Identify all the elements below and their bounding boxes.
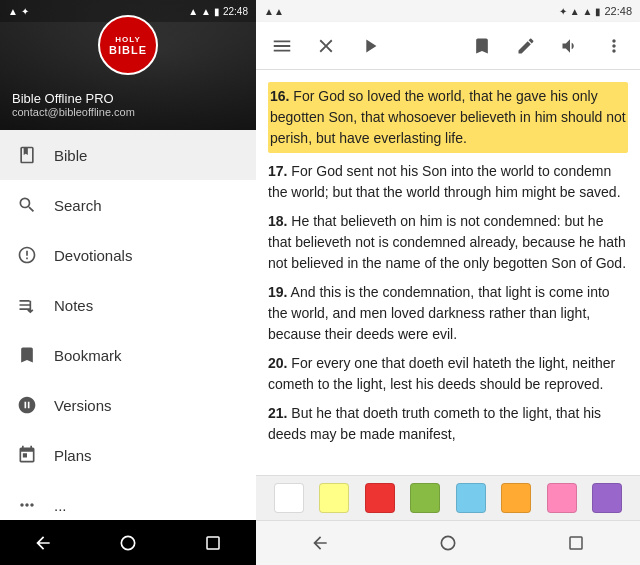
- verse-text-17: For God sent not his Son into the world …: [268, 163, 621, 200]
- sidebar-item-more[interactable]: ...: [0, 480, 256, 520]
- back-button-left[interactable]: [23, 523, 63, 563]
- time-left: 22:48: [223, 6, 248, 17]
- menu-button[interactable]: [264, 28, 300, 64]
- app-info: Bible Offline PRO contact@bibleoffline.c…: [12, 91, 135, 118]
- verse-num-18: 18.: [268, 213, 287, 229]
- sidebar-item-devotionals[interactable]: Devotionals: [0, 230, 256, 280]
- wifi-right-icon: ▲: [570, 6, 580, 17]
- signal-bars-icon: ▲: [583, 6, 593, 17]
- sidebar-item-bible[interactable]: Bible: [0, 130, 256, 180]
- bookmark-toolbar-button[interactable]: [464, 28, 500, 64]
- wifi-icon: ▲: [8, 6, 18, 17]
- sidebar-item-plans[interactable]: Plans: [0, 430, 256, 480]
- status-icons-right-left: ▲▲: [264, 6, 284, 17]
- bible-verse-17: 17. For God sent not his Son into the wo…: [268, 161, 628, 203]
- status-right-icons: ▲ ▲ ▮ 22:48: [188, 6, 248, 17]
- verse-text-21: But he that doeth truth cometh to the li…: [268, 405, 601, 442]
- verse-text-18: He that believeth on him is not condemne…: [268, 213, 626, 271]
- android-nav-left: [0, 520, 256, 565]
- bible-icon: [16, 144, 38, 166]
- versions-label: Versions: [54, 397, 112, 414]
- edit-button[interactable]: [508, 28, 544, 64]
- bookmark-icon: [16, 344, 38, 366]
- logo-holy: HOLY: [115, 35, 141, 44]
- search-label: Search: [54, 197, 102, 214]
- home-button-right[interactable]: [428, 523, 468, 563]
- right-panel: ▲▲ ✦ ▲ ▲ ▮ 22:48: [256, 0, 640, 565]
- verse-text-19: And this is the condemnation, that light…: [268, 284, 610, 342]
- more-icon: [16, 494, 38, 516]
- svg-point-0: [121, 536, 134, 549]
- battery-icon: ▮: [214, 6, 220, 17]
- android-nav-right: [256, 520, 640, 565]
- bt-right-icon: ✦: [559, 6, 567, 17]
- color-swatch-yellow[interactable]: [319, 483, 349, 513]
- status-icons-left: ▲ ✦: [8, 6, 29, 17]
- toolbar-right-group: [464, 28, 632, 64]
- more-toolbar-button[interactable]: [596, 28, 632, 64]
- color-swatch-red[interactable]: [365, 483, 395, 513]
- audio-button[interactable]: [552, 28, 588, 64]
- signal-right-icon: ▲▲: [264, 6, 284, 17]
- recent-button-left[interactable]: [193, 523, 233, 563]
- color-swatch-orange[interactable]: [501, 483, 531, 513]
- svg-rect-3: [570, 537, 582, 549]
- left-panel: ▲ ✦ ▲ ▲ ▮ 22:48 HOLY BIBLE Bible Offline…: [0, 0, 256, 565]
- color-swatch-purple[interactable]: [592, 483, 622, 513]
- sidebar-item-search[interactable]: Search: [0, 180, 256, 230]
- bible-verse-18: 18. He that believeth on him is not cond…: [268, 211, 628, 274]
- status-bar-right: ▲▲ ✦ ▲ ▲ ▮ 22:48: [256, 0, 640, 22]
- battery-right-icon: ▮: [595, 6, 601, 17]
- color-picker-bar: [256, 475, 640, 520]
- color-swatch-white[interactable]: [274, 483, 304, 513]
- back-button-right[interactable]: [300, 523, 340, 563]
- more-label: ...: [54, 497, 67, 514]
- devotionals-icon: [16, 244, 38, 266]
- forward-button[interactable]: [352, 28, 388, 64]
- plans-label: Plans: [54, 447, 92, 464]
- verse-num-17: 17.: [268, 163, 287, 179]
- color-swatch-pink[interactable]: [547, 483, 577, 513]
- bluetooth-icon: ✦: [21, 6, 29, 17]
- nav-list: Bible Search Devotionals Notes: [0, 130, 256, 520]
- devotionals-label: Devotionals: [54, 247, 132, 264]
- notes-label: Notes: [54, 297, 93, 314]
- bible-label: Bible: [54, 147, 87, 164]
- verse-text-16: For God so loved the world, that he gave…: [270, 88, 626, 146]
- color-swatch-green[interactable]: [410, 483, 440, 513]
- versions-icon: [16, 394, 38, 416]
- notes-icon: [16, 294, 38, 316]
- bookmark-label: Bookmark: [54, 347, 122, 364]
- status-icons-right-right: ✦ ▲ ▲ ▮ 22:48: [559, 5, 632, 17]
- toolbar-left-group: [264, 28, 388, 64]
- verse-num-16: 16.: [270, 88, 289, 104]
- logo-bible: BIBLE: [109, 44, 147, 56]
- left-header: ▲ ✦ ▲ ▲ ▮ 22:48 HOLY BIBLE Bible Offline…: [0, 0, 256, 130]
- time-right: 22:48: [604, 5, 632, 17]
- verse-text-20: For every one that doeth evil hateth the…: [268, 355, 615, 392]
- close-button[interactable]: [308, 28, 344, 64]
- recent-button-right[interactable]: [556, 523, 596, 563]
- home-button-left[interactable]: [108, 523, 148, 563]
- bible-verse-16: 16. For God so loved the world, that he …: [268, 82, 628, 153]
- verse-num-20: 20.: [268, 355, 287, 371]
- signal-icon: ▲: [188, 6, 198, 17]
- search-icon: [16, 194, 38, 216]
- bible-verse-19: 19. And this is the condemnation, that l…: [268, 282, 628, 345]
- plans-icon: [16, 444, 38, 466]
- sidebar-item-versions[interactable]: Versions: [0, 380, 256, 430]
- color-swatch-blue[interactable]: [456, 483, 486, 513]
- sidebar-item-notes[interactable]: Notes: [0, 280, 256, 330]
- svg-rect-1: [207, 537, 219, 549]
- svg-point-2: [441, 536, 454, 549]
- app-name: Bible Offline PRO: [12, 91, 135, 106]
- right-toolbar: [256, 22, 640, 70]
- app-logo: HOLY BIBLE: [98, 15, 158, 75]
- wifi-strength-icon: ▲: [201, 6, 211, 17]
- bible-verse-21: 21. But he that doeth truth cometh to th…: [268, 403, 628, 445]
- app-email: contact@bibleoffline.com: [12, 106, 135, 118]
- verse-num-19: 19.: [268, 284, 287, 300]
- bible-content[interactable]: 16. For God so loved the world, that he …: [256, 70, 640, 475]
- bible-verse-20: 20. For every one that doeth evil hateth…: [268, 353, 628, 395]
- sidebar-item-bookmark[interactable]: Bookmark: [0, 330, 256, 380]
